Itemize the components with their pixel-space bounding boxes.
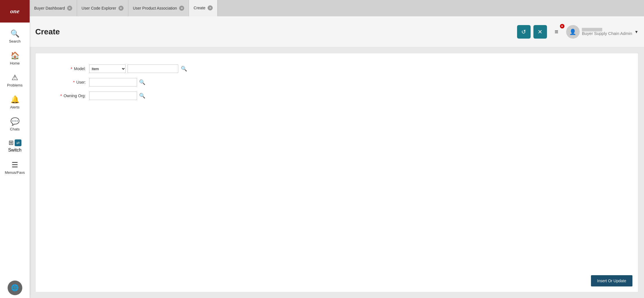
model-search-button[interactable]: 🔍 — [180, 65, 188, 73]
sidebar-label-search: Search — [9, 39, 21, 43]
sidebar-item-chats[interactable]: 💬 Chats — [0, 113, 30, 135]
tabs-bar: Buyer Dashboard ✕ User Code Explorer ✕ U… — [30, 0, 644, 16]
tab-label-create: Create — [194, 6, 205, 10]
search-icon-user: 🔍 — [139, 79, 145, 85]
content-area: * Model: Item Product Category 🔍 — [30, 47, 644, 298]
user-role: Buyer Supply Chain Admin — [582, 31, 632, 36]
notification-badge: ★ — [560, 24, 564, 28]
model-select-container: Item Product Category 🔍 — [89, 65, 188, 73]
home-icon: 🏠 — [10, 51, 19, 60]
user-info[interactable]: 👤 ▓▓▓▓▓▓▓▓▓ Buyer Supply Chain Admin ▼ — [566, 25, 638, 39]
close-tab-buyer-dashboard[interactable]: ✕ — [67, 6, 72, 11]
user-avatar: 👤 — [566, 25, 580, 39]
app-logo[interactable]: one — [0, 0, 30, 23]
page-header: Create ↺ ✕ ≡ ★ 👤 ▓▓▓▓▓▓▓▓▓ Buyer Supply … — [30, 16, 644, 47]
user-input[interactable] — [89, 78, 137, 86]
close-tab-user-code-explorer[interactable]: ✕ — [118, 6, 124, 11]
header-actions: ↺ ✕ ≡ ★ 👤 ▓▓▓▓▓▓▓▓▓ Buyer Supply Chain A… — [517, 25, 638, 39]
owning-org-label: * Owning Org: — [44, 94, 89, 98]
form-row-user: * User: 🔍 — [44, 78, 630, 86]
user-search-button[interactable]: 🔍 — [138, 78, 146, 86]
tab-label-user-code-explorer: User Code Explorer — [82, 6, 116, 10]
user-input-wrap: 🔍 — [89, 78, 146, 86]
tab-label-buyer-dashboard: Buyer Dashboard — [34, 6, 65, 10]
bell-icon: 🔔 — [10, 95, 19, 104]
required-star-user: * — [73, 80, 74, 84]
sidebar-label-problems: Problems — [7, 83, 23, 87]
sidebar-item-switch[interactable]: ⊞ ⇄ Switch — [0, 135, 30, 157]
chat-icon: 💬 — [10, 117, 19, 126]
sidebar-item-alerts[interactable]: 🔔 Alerts — [0, 91, 30, 113]
sidebar-label-switch: Switch — [8, 148, 21, 153]
tab-buyer-dashboard[interactable]: Buyer Dashboard ✕ — [30, 0, 77, 16]
model-search-input[interactable] — [128, 65, 178, 73]
sidebar-label-menus: Menus/Favs — [5, 170, 25, 175]
page-title: Create — [35, 27, 517, 36]
cancel-icon: ✕ — [538, 28, 542, 35]
close-tab-create[interactable]: ✕ — [208, 5, 213, 10]
sidebar-item-search[interactable]: 🔍 Search — [0, 25, 30, 47]
user-label: * User: — [44, 80, 89, 84]
owning-org-input[interactable] — [89, 92, 137, 100]
sidebar-item-problems[interactable]: ⚠ Problems — [0, 69, 30, 91]
sidebar-item-home[interactable]: 🏠 Home — [0, 47, 30, 69]
switch-icons-container: ⊞ ⇄ — [8, 139, 21, 146]
logo-text: one — [10, 8, 19, 15]
sidebar-bottom: 🌐 — [8, 281, 22, 298]
model-label: * Model: — [44, 66, 89, 71]
tab-user-product-association[interactable]: User Product Association ✕ — [128, 0, 189, 16]
menu-icon: ☰ — [12, 161, 18, 169]
sidebar-label-chats: Chats — [10, 127, 20, 131]
refresh-button[interactable]: ↺ — [517, 25, 531, 39]
form-row-model: * Model: Item Product Category 🔍 — [44, 65, 630, 73]
warning-icon: ⚠ — [12, 73, 18, 82]
search-icon-owning-org: 🔍 — [139, 93, 145, 99]
model-dropdown[interactable]: Item Product Category — [89, 65, 126, 73]
menu-button[interactable]: ≡ ★ — [550, 25, 563, 39]
close-tab-user-product-association[interactable]: ✕ — [179, 6, 184, 11]
content-panel: * Model: Item Product Category 🔍 — [35, 53, 638, 292]
user-name-blurred: ▓▓▓▓▓▓▓▓▓ — [582, 28, 632, 31]
insert-or-update-button[interactable]: Insert Or Update — [591, 275, 633, 286]
sidebar-item-menus[interactable]: ☰ Menus/Favs — [0, 157, 30, 179]
tab-label-user-product-association: User Product Association — [133, 6, 177, 10]
owning-org-search-button[interactable]: 🔍 — [138, 92, 146, 100]
main-area: Buyer Dashboard ✕ User Code Explorer ✕ U… — [30, 0, 644, 298]
search-icon: 🔍 — [10, 29, 19, 38]
required-star-owning-org: * — [60, 94, 62, 98]
form-row-owning-org: * Owning Org: 🔍 — [44, 92, 630, 100]
sidebar-label-alerts: Alerts — [10, 105, 19, 109]
search-icon-model: 🔍 — [181, 66, 187, 72]
sidebar-label-home: Home — [10, 61, 20, 65]
owning-org-input-wrap: 🔍 — [89, 92, 146, 100]
chevron-down-icon: ▼ — [634, 30, 638, 34]
sidebar: one 🔍 Search 🏠 Home ⚠ Problems 🔔 Alerts … — [0, 0, 30, 298]
cancel-button[interactable]: ✕ — [533, 25, 547, 39]
user-avatar-sidebar[interactable]: 🌐 — [8, 281, 22, 295]
tab-create[interactable]: Create ✕ — [189, 0, 217, 16]
refresh-icon: ↺ — [521, 28, 526, 35]
switch-pages-icon: ⊞ — [8, 139, 14, 146]
hamburger-icon: ≡ — [555, 28, 558, 35]
tab-user-code-explorer[interactable]: User Code Explorer ✕ — [77, 0, 128, 16]
switch-arrow-icon: ⇄ — [15, 139, 21, 146]
required-star-model: * — [71, 66, 72, 71]
